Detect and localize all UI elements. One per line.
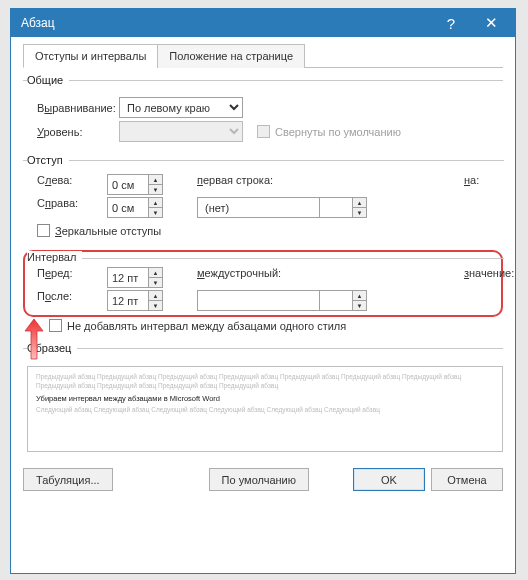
ok-button[interactable]: OK [353,468,425,491]
before-spinner[interactable]: ▲▼ [107,267,163,288]
tab-strip: Отступы и интервалы Положение на страниц… [23,43,503,68]
label-on: на: [464,174,504,195]
collapse-checkbox: Свернуты по умолчанию [257,125,401,138]
group-spacing: Интервал Перед: ▲▼ междустрочный: значен… [27,258,504,311]
value-spinner[interactable]: ▲▼ [319,290,367,311]
label-line-spacing: междустрочный: [197,267,309,288]
level-select [119,121,243,142]
label-value: значение: [464,267,504,288]
tab-position[interactable]: Положение на странице [157,44,305,68]
label-left: Слева: [27,174,107,195]
right-spinner[interactable]: ▲▼ [107,197,163,218]
no-add-checkbox[interactable]: Не добавлять интервал между абзацами одн… [49,319,346,332]
dialog-title: Абзац [21,16,431,30]
legend-general: Общие [27,74,69,86]
mirror-checkbox[interactable]: Зеркальные отступы [37,224,161,237]
default-button[interactable]: По умолчанию [209,468,309,491]
tabs-button[interactable]: Табуляция... [23,468,113,491]
label-before: Перед: [27,267,107,288]
group-preview: Образец Предыдущий абзац Предыдущий абза… [23,342,503,458]
on-spinner[interactable]: ▲▼ [319,197,367,218]
after-spinner[interactable]: ▲▼ [107,290,163,311]
label-after: После: [27,290,107,311]
legend-indent: Отступ [27,154,69,166]
highlight-box: Интервал Перед: ▲▼ междустрочный: значен… [23,250,503,317]
arrow-annotation [19,317,49,361]
help-button[interactable]: ? [431,9,471,37]
label-level: Уровень: [27,126,119,138]
preview-box: Предыдущий абзац Предыдущий абзац Предыд… [27,366,503,452]
tab-indents[interactable]: Отступы и интервалы [23,44,158,68]
legend-spacing: Интервал [27,251,82,263]
cancel-button[interactable]: Отмена [431,468,503,491]
label-alignment: Выравнивание: [27,102,119,114]
left-spinner[interactable]: ▲▼ [107,174,163,195]
group-general: Общие Выравнивание: По левому краю Урове… [23,74,503,151]
alignment-select[interactable]: По левому краю [119,97,243,118]
label-right: Справа: [27,197,107,218]
label-first-line: первая строка: [197,174,309,195]
close-button[interactable]: ✕ [471,9,511,37]
group-indent: Отступ Слева: ▲▼ первая строка: на: Спра… [23,154,504,246]
